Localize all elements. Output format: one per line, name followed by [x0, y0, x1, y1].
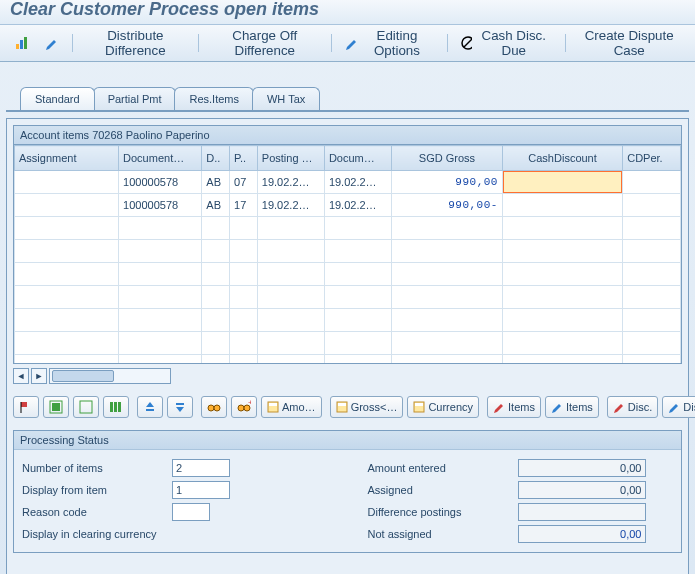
table-row[interactable]	[15, 355, 681, 365]
col-cashdiscount[interactable]: CashDiscount	[502, 146, 622, 171]
cell-docum[interactable]	[324, 286, 391, 309]
cell-docum[interactable]	[324, 240, 391, 263]
cell-posting[interactable]	[257, 286, 324, 309]
scroll-left[interactable]: ◄	[13, 368, 29, 384]
cell-document[interactable]	[119, 240, 202, 263]
col-docum[interactable]: Docum…	[324, 146, 391, 171]
cell-sgd[interactable]: 990,00-	[391, 194, 502, 217]
cell-cashdisc[interactable]	[502, 240, 622, 263]
cell-p[interactable]: 07	[230, 171, 258, 194]
tab-res-items[interactable]: Res.Items	[174, 87, 254, 110]
cell-document[interactable]: 100000578	[119, 194, 202, 217]
items-grid[interactable]: Assignment Document… D.. P.. Posting … D…	[13, 144, 682, 364]
cell-cdper[interactable]	[623, 309, 681, 332]
not-assigned-link[interactable]: Not assigned	[368, 528, 518, 540]
cell-assignment[interactable]	[15, 309, 119, 332]
cell-d[interactable]: AB	[202, 171, 230, 194]
col-assignment[interactable]: Assignment	[15, 146, 119, 171]
cell-cdper[interactable]	[623, 217, 681, 240]
deselect-all-btn[interactable]	[73, 396, 99, 418]
cell-sgd[interactable]	[391, 332, 502, 355]
cell-cdper[interactable]	[623, 240, 681, 263]
cell-d[interactable]: AB	[202, 194, 230, 217]
cell-sgd[interactable]	[391, 286, 502, 309]
table-row[interactable]	[15, 332, 681, 355]
cell-sgd[interactable]: 990,00	[391, 171, 502, 194]
cell-posting[interactable]	[257, 263, 324, 286]
scroll-track[interactable]	[49, 368, 171, 384]
cell-posting[interactable]: 19.02.2…	[257, 194, 324, 217]
cell-cashdisc[interactable]	[502, 286, 622, 309]
cell-document[interactable]	[119, 263, 202, 286]
cell-assignment[interactable]	[15, 355, 119, 365]
cell-posting[interactable]	[257, 217, 324, 240]
col-sgd-gross[interactable]: SGD Gross	[391, 146, 502, 171]
table-row[interactable]: 100000578AB1719.02.2…19.02.2…990,00-	[15, 194, 681, 217]
cell-cashdisc[interactable]	[502, 194, 622, 217]
cell-sgd[interactable]	[391, 263, 502, 286]
cell-docum[interactable]	[324, 332, 391, 355]
cell-sgd[interactable]	[391, 240, 502, 263]
cell-assignment[interactable]	[15, 332, 119, 355]
table-row[interactable]	[15, 217, 681, 240]
col-document[interactable]: Document…	[119, 146, 202, 171]
cell-sgd[interactable]	[391, 217, 502, 240]
cell-sgd[interactable]	[391, 309, 502, 332]
cell-cdper[interactable]	[623, 171, 681, 194]
cell-assignment[interactable]	[15, 263, 119, 286]
graph-button[interactable]	[8, 32, 36, 54]
cell-d[interactable]	[202, 240, 230, 263]
cell-p[interactable]	[230, 309, 258, 332]
scroll-thumb[interactable]	[52, 370, 114, 382]
sort-asc-btn[interactable]	[137, 396, 163, 418]
editing-options-button[interactable]: Editing Options	[338, 32, 441, 54]
tab-standard[interactable]: Standard	[20, 87, 95, 110]
select-all-btn[interactable]	[43, 396, 69, 418]
cell-p[interactable]	[230, 240, 258, 263]
col-posting[interactable]: Posting …	[257, 146, 324, 171]
cell-docum[interactable]	[324, 263, 391, 286]
cell-d[interactable]	[202, 355, 230, 365]
cell-document[interactable]	[119, 286, 202, 309]
cell-docum[interactable]	[324, 309, 391, 332]
find-btn[interactable]	[201, 396, 227, 418]
cell-document[interactable]	[119, 355, 202, 365]
cell-p[interactable]	[230, 263, 258, 286]
cell-cdper[interactable]	[623, 286, 681, 309]
distribute-diff-button[interactable]: Distribute Difference	[79, 32, 192, 54]
cell-posting[interactable]: 19.02.2…	[257, 171, 324, 194]
currency-btn[interactable]: Currency	[407, 396, 479, 418]
cell-posting[interactable]	[257, 355, 324, 365]
cell-p[interactable]	[230, 355, 258, 365]
sort-desc-btn[interactable]	[167, 396, 193, 418]
cell-p[interactable]: 17	[230, 194, 258, 217]
find-next-btn[interactable]: +	[231, 396, 257, 418]
cell-document[interactable]	[119, 217, 202, 240]
cell-docum[interactable]	[324, 217, 391, 240]
charge-off-button[interactable]: Charge Off Difference	[205, 32, 325, 54]
cell-document[interactable]	[119, 309, 202, 332]
cell-docum[interactable]	[324, 355, 391, 365]
cell-assignment[interactable]	[15, 240, 119, 263]
cell-cdper[interactable]	[623, 332, 681, 355]
cell-d[interactable]	[202, 332, 230, 355]
table-row[interactable]	[15, 240, 681, 263]
table-row[interactable]	[15, 263, 681, 286]
cell-assignment[interactable]	[15, 217, 119, 240]
cell-d[interactable]	[202, 263, 230, 286]
cell-cdper[interactable]	[623, 194, 681, 217]
cell-cashdisc[interactable]	[502, 263, 622, 286]
select-block-btn[interactable]	[103, 396, 129, 418]
cell-document[interactable]	[119, 332, 202, 355]
cell-posting[interactable]	[257, 240, 324, 263]
col-d[interactable]: D..	[202, 146, 230, 171]
table-row[interactable]: 100000578AB0719.02.2…19.02.2…990,00	[15, 171, 681, 194]
disc-off-btn[interactable]: Disc.	[662, 396, 695, 418]
items-on-btn[interactable]: Items	[487, 396, 541, 418]
grid-hscroll[interactable]: ◄ ►	[13, 368, 682, 384]
items-off-btn[interactable]: Items	[545, 396, 599, 418]
edit-small-button[interactable]	[38, 32, 66, 54]
table-row[interactable]	[15, 309, 681, 332]
cell-p[interactable]	[230, 286, 258, 309]
cell-cdper[interactable]	[623, 355, 681, 365]
